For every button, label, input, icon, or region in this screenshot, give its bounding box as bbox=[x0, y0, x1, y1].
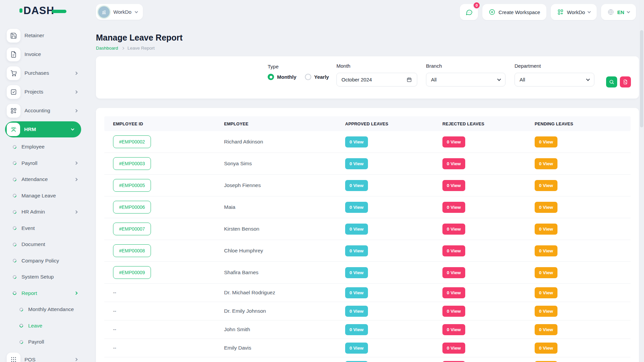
rejected-leaves-badge[interactable]: 0 View bbox=[442, 136, 465, 147]
sidebar-item-event[interactable]: Event bbox=[0, 220, 87, 237]
sidebar-item-pos[interactable]: POS bbox=[0, 350, 87, 362]
pos-icon bbox=[7, 353, 20, 362]
yearly-radio[interactable] bbox=[305, 74, 311, 80]
approved-leaves-badge[interactable]: 0 View bbox=[345, 136, 368, 147]
pending-leaves-badge[interactable]: 0 View bbox=[535, 180, 557, 191]
reset-filter-button[interactable] bbox=[620, 76, 631, 87]
monthly-radio[interactable] bbox=[268, 74, 274, 80]
rejected-leaves-badge[interactable]: 0 View bbox=[442, 224, 465, 235]
bullet-icon bbox=[12, 226, 17, 231]
employee-id-button[interactable]: #EMP00009 bbox=[113, 266, 151, 279]
approved-leaves-badge[interactable]: 0 View bbox=[345, 202, 368, 213]
rejected-leaves-badge[interactable]: 0 View bbox=[442, 287, 465, 298]
approved-leaves-badge[interactable]: 0 View bbox=[345, 343, 368, 354]
approved-leaves-badge[interactable]: 0 View bbox=[345, 267, 368, 278]
sidebar-item-invoice[interactable]: Invoice bbox=[0, 45, 87, 64]
language-selector[interactable]: EN bbox=[601, 4, 636, 20]
employee-id-button[interactable]: #EMP00005 bbox=[113, 179, 151, 192]
employee-id-button[interactable]: #EMP00002 bbox=[113, 135, 151, 148]
sidebar-item-report[interactable]: Report bbox=[0, 285, 87, 302]
sidebar-item-purchases[interactable]: Purchases bbox=[0, 64, 87, 82]
pending-leaves-badge[interactable]: 0 View bbox=[535, 306, 557, 317]
pending-leaves-badge[interactable]: 0 View bbox=[535, 202, 557, 213]
messages-button[interactable]: 0 bbox=[460, 4, 478, 20]
approved-leaves-badge[interactable]: 0 View bbox=[345, 245, 368, 256]
rejected-leaves-badge[interactable]: 0 View bbox=[442, 306, 465, 317]
create-workspace-button[interactable]: Create Workspace bbox=[482, 4, 546, 20]
sidebar-item-manage-leave[interactable]: Manage Leave bbox=[0, 188, 87, 204]
hrm-icon bbox=[7, 123, 20, 136]
sidebar-item-retainer[interactable]: Retainer bbox=[0, 26, 87, 45]
pending-leaves-badge[interactable]: 0 View bbox=[535, 343, 557, 354]
sidebar-item-projects[interactable]: Projects bbox=[0, 82, 87, 101]
branch-select[interactable]: All bbox=[426, 73, 505, 86]
rejected-leaves-badge[interactable]: 0 View bbox=[442, 180, 465, 191]
rejected-leaves-badge[interactable]: 0 View bbox=[442, 158, 465, 169]
sidebar-item-hr-admin[interactable]: HR Admin bbox=[0, 204, 87, 220]
yearly-radio-label: Yearly bbox=[314, 74, 329, 80]
sidebar-item-monthly-attendance[interactable]: Monthly Attendance bbox=[0, 301, 87, 318]
search-button[interactable] bbox=[606, 76, 617, 87]
chevron-right-icon bbox=[121, 47, 124, 50]
sidebar-item-system-setup[interactable]: System Setup bbox=[0, 269, 87, 285]
employee-id-empty: -- bbox=[113, 290, 116, 295]
pending-leaves-badge[interactable]: 0 View bbox=[535, 224, 557, 235]
rejected-leaves-badge[interactable]: 0 View bbox=[442, 202, 465, 213]
pending-leaves-badge[interactable]: 0 View bbox=[535, 324, 557, 335]
retainer-icon bbox=[7, 29, 20, 43]
employee-id-button[interactable]: #EMP00008 bbox=[113, 244, 151, 257]
clear-file-icon bbox=[623, 79, 628, 85]
pending-leaves-badge[interactable]: 0 View bbox=[535, 287, 557, 298]
sidebar-item-payroll[interactable]: Payroll bbox=[0, 155, 87, 172]
sidebar-item-document[interactable]: Document bbox=[0, 236, 87, 253]
main-content: Manage Leave Report Dashboard Leave Repo… bbox=[96, 24, 639, 362]
rejected-leaves-badge[interactable]: 0 View bbox=[442, 267, 465, 278]
brand-logo[interactable]: DASH bbox=[19, 5, 66, 16]
table-row: --James Brown0 View0 View0 View bbox=[104, 357, 631, 362]
employee-id-button[interactable]: #EMP00007 bbox=[113, 223, 151, 235]
department-select[interactable]: All bbox=[515, 73, 594, 86]
type-label: Type bbox=[268, 64, 334, 69]
column-header-rejected-leaves: REJECTED LEAVES bbox=[434, 121, 526, 126]
employee-name: Shafira Barnes bbox=[224, 269, 259, 276]
sidebar-item-accounting[interactable]: Accounting bbox=[0, 101, 87, 120]
pending-leaves-badge[interactable]: 0 View bbox=[535, 136, 557, 147]
topbar: DASH WorkDo 0 bbox=[0, 0, 644, 24]
scrollbar-thumb[interactable] bbox=[640, 30, 643, 127]
sidebar-item-payroll[interactable]: Payroll bbox=[0, 334, 87, 350]
approved-leaves-badge[interactable]: 0 View bbox=[345, 180, 368, 191]
sidebar-item-company-policy[interactable]: Company Policy bbox=[0, 253, 87, 269]
bullet-icon bbox=[12, 177, 17, 182]
workspace-label: WorkDo bbox=[113, 9, 131, 15]
plus-circle-icon bbox=[489, 9, 495, 15]
employee-id-button[interactable]: #EMP00003 bbox=[113, 157, 151, 170]
department-value: All bbox=[520, 77, 525, 82]
pending-leaves-badge[interactable]: 0 View bbox=[535, 267, 557, 278]
month-input[interactable]: October 2024 bbox=[336, 73, 417, 86]
sidebar-item-label: Attendance bbox=[21, 176, 48, 182]
approved-leaves-badge[interactable]: 0 View bbox=[345, 287, 368, 298]
approved-leaves-badge[interactable]: 0 View bbox=[345, 324, 368, 335]
breadcrumb-dashboard-link[interactable]: Dashboard bbox=[96, 46, 118, 51]
rejected-leaves-badge[interactable]: 0 View bbox=[442, 245, 465, 256]
app-menu-button[interactable]: WorkDo bbox=[551, 4, 597, 20]
employee-id-button[interactable]: #EMP00006 bbox=[113, 201, 151, 214]
approved-leaves-badge[interactable]: 0 View bbox=[345, 224, 368, 235]
employee-id-empty: -- bbox=[113, 327, 116, 332]
employee-name: Dr. Michael Rodriguez bbox=[224, 290, 275, 296]
rejected-leaves-badge[interactable]: 0 View bbox=[442, 324, 465, 335]
rejected-leaves-badge[interactable]: 0 View bbox=[442, 343, 465, 354]
page-scrollbar[interactable] bbox=[639, 0, 644, 362]
approved-leaves-badge[interactable]: 0 View bbox=[345, 306, 368, 317]
sidebar-item-leave[interactable]: Leave bbox=[0, 318, 87, 334]
workspace-selector[interactable]: WorkDo bbox=[96, 4, 143, 20]
sidebar-item-attendance[interactable]: Attendance bbox=[0, 171, 87, 188]
sidebar-item-hrm[interactable]: HRM bbox=[5, 121, 81, 137]
pending-leaves-badge[interactable]: 0 View bbox=[535, 158, 557, 169]
sidebar-item-label: Document bbox=[21, 241, 45, 247]
pending-leaves-badge[interactable]: 0 View bbox=[535, 245, 557, 256]
employee-id-empty: -- bbox=[113, 308, 116, 314]
sidebar-item-employee[interactable]: Employee bbox=[0, 139, 87, 155]
table-row: #EMP00003Sonya Sims0 View0 View0 View bbox=[104, 153, 631, 175]
approved-leaves-badge[interactable]: 0 View bbox=[345, 158, 368, 169]
